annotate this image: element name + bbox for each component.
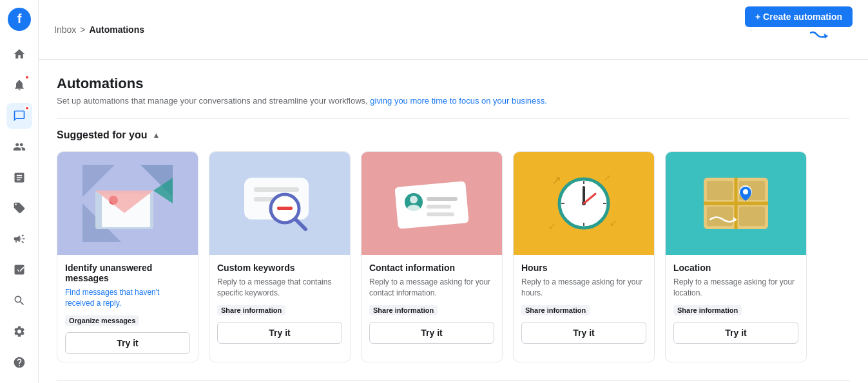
card-location-image [666,152,806,255]
cards-scroll-container[interactable]: Identify unanswered messages Find messag… [57,151,850,368]
card-location-try-button[interactable]: Try it [673,322,798,344]
card-keywords-tag: Share information [217,305,285,315]
card-contact-try-button[interactable]: Try it [369,322,494,344]
notification-badge [24,75,30,80]
svg-point-23 [410,196,418,203]
card-contact-body: Contact information Reply to a message a… [362,255,502,351]
divider [57,118,850,119]
card-location-title: Location [673,263,798,273]
card-unanswered-title: Identify unanswered messages [65,263,190,283]
sidebar: f [0,0,39,383]
lower-divider [57,380,850,381]
svg-rect-3 [19,268,20,273]
breadcrumb-parent[interactable]: Inbox [54,24,76,35]
card-unanswered-tag: Organize messages [65,315,139,326]
card-location: Location Reply to a message asking for y… [665,151,807,362]
card-contact: Contact information Reply to a message a… [361,151,503,362]
card-contact-image [362,152,502,255]
sidebar-item-home[interactable] [6,41,32,67]
page-title: Automations [57,75,850,92]
sidebar-item-settings[interactable] [6,319,32,344]
content-area: Automations Set up automations that mana… [39,60,868,383]
svg-rect-45 [707,207,733,226]
card-contact-tag: Share information [369,305,438,315]
svg-rect-26 [427,205,451,209]
sidebar-item-pages[interactable] [6,165,32,191]
card-location-tag: Share information [673,305,742,315]
sidebar-item-contacts[interactable] [6,134,32,160]
card-hours: ↗ ↗ ↙ ↙ [513,151,655,362]
card-unanswered-desc: Find messages that haven't received a re… [65,287,190,309]
svg-text:↙: ↙ [548,221,556,231]
subtitle-text: Set up automations that manage your conv… [57,96,368,106]
sidebar-item-tags[interactable] [6,196,32,221]
card-hours-try-button[interactable]: Try it [521,322,646,344]
card-hours-body: Hours Reply to a message asking for your… [514,255,654,351]
card-contact-title: Contact information [369,263,494,273]
create-automation-button[interactable]: + Create automation [745,6,853,27]
svg-point-48 [743,189,748,194]
cards-container: Identify unanswered messages Find messag… [57,151,850,362]
main-content: Inbox > Automations + Create automation … [39,0,868,383]
logo[interactable]: f [8,8,31,31]
svg-marker-5 [824,33,828,39]
card-hours-desc: Reply to a message asking for your hours… [521,277,646,299]
card-location-desc: Reply to a message asking for your locat… [673,277,798,299]
sidebar-item-search[interactable] [6,288,32,313]
card-unanswered-body: Identify unanswered messages Find messag… [57,255,198,362]
breadcrumb: Inbox > Automations [54,24,144,35]
card-unanswered-image [57,152,198,255]
card-hours-title: Hours [521,263,646,273]
messages-badge [24,106,30,111]
section-title: Suggested for you [57,129,147,141]
card-keywords-body: Custom keywords Reply to a message that … [209,255,350,351]
svg-rect-27 [427,212,454,216]
sidebar-item-messages[interactable] [6,103,32,129]
sidebar-item-campaigns[interactable] [6,226,32,252]
card-keywords-try-button[interactable]: Try it [217,322,342,344]
card-location-body: Location Reply to a message asking for y… [666,255,806,351]
svg-rect-43 [707,181,733,200]
subtitle-highlight: giving you more time to focus on your bu… [368,96,547,106]
breadcrumb-current: Automations [89,24,144,35]
svg-text:↗: ↗ [603,173,611,183]
svg-rect-4 [21,270,22,272]
arrow-decoration [807,30,833,53]
card-contact-desc: Reply to a message asking for your conta… [369,277,494,299]
card-hours-tag: Share information [521,305,590,315]
card-unanswered: Identify unanswered messages Find messag… [57,151,198,362]
svg-rect-20 [277,207,293,210]
svg-point-24 [407,205,420,212]
page-subtitle: Set up automations that manage your conv… [57,96,850,106]
breadcrumb-separator: > [80,24,85,35]
svg-text:↗: ↗ [552,174,561,187]
svg-rect-16 [254,187,299,192]
card-keywords-image [209,152,350,255]
card-hours-image: ↗ ↗ ↙ ↙ [514,152,654,255]
card-keywords-title: Custom keywords [217,263,342,273]
topbar: Inbox > Automations + Create automation [39,0,868,60]
svg-rect-25 [427,197,458,201]
svg-rect-2 [16,269,17,272]
sidebar-item-notifications[interactable] [6,72,32,98]
card-unanswered-try-button[interactable]: Try it [65,332,190,354]
svg-text:f: f [17,12,21,26]
sidebar-item-help[interactable] [6,350,32,375]
card-keywords: Custom keywords Reply to a message that … [209,151,351,362]
create-area: + Create automation [745,6,853,53]
svg-rect-46 [739,207,765,226]
sidebar-item-analytics[interactable] [6,257,32,283]
svg-text:↙: ↙ [610,218,617,228]
card-keywords-desc: Reply to a message that contains specifi… [217,277,342,299]
section-header: Suggested for you ▲ [57,129,850,141]
collapse-icon[interactable]: ▲ [152,131,160,140]
